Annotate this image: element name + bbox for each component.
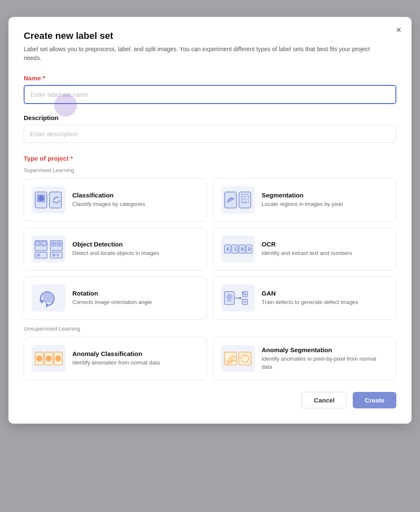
svg-point-21 [56,254,59,257]
classification-icon [32,186,66,214]
card-ocr-name: OCR [262,241,352,248]
svg-text:B: B [241,247,244,252]
svg-point-20 [52,254,55,257]
rotation-icon [32,285,66,312]
modal-title: Create new label set [24,30,396,41]
supervised-label: Supervised Learning [24,167,396,173]
unsupervised-grid: Anomaly Classification Identify anomalie… [24,337,396,380]
svg-text:A: A [226,247,229,252]
card-anomaly-segmentation-name: Anomaly Segmentation [262,346,389,353]
svg-rect-50 [239,352,251,365]
anomaly-segmentation-icon [221,345,255,372]
card-object-detection-desc: Detect and locate objects in images [72,249,159,257]
card-segmentation-name: Segmentation [262,192,343,199]
svg-rect-42 [242,293,244,294]
modal-overlay: × Create new label set Label set allows … [0,0,420,512]
modal-container: × Create new label set Label set allows … [8,17,412,424]
svg-text:T: T [37,242,39,246]
card-anomaly-classification-name: Anomaly Classification [72,350,160,357]
card-classification-name: Classification [72,192,145,199]
modal-footer: Cancel Create [24,392,396,408]
card-anomaly-segmentation[interactable]: Anomaly Segmentation Identify anomalies … [213,337,397,380]
card-object-detection-name: Object Detection [72,241,159,248]
card-gan[interactable]: GAN Train defects to generate defect ima… [213,277,397,320]
card-anomaly-classification-desc: Identify anomalies from normal data [72,359,160,367]
name-label: Name * [24,74,396,82]
name-input[interactable] [24,85,396,104]
card-ocr[interactable]: A 1 B D OCR Identify and extract text an… [213,227,397,271]
svg-rect-17 [35,252,47,258]
cancel-button[interactable]: Cancel [302,392,347,408]
card-rotation-name: Rotation [72,290,152,297]
svg-marker-36 [239,296,242,299]
segmentation-icon [221,186,255,214]
card-rotation-desc: Corrects image orientation angle [72,298,152,306]
supervised-grid: Classification Classify images by catego… [24,178,396,320]
create-button[interactable]: Create [353,392,396,408]
card-ocr-desc: Identify and extract text and numbers [262,249,352,257]
type-label: Type of project * [24,155,396,162]
card-segmentation[interactable]: Segmentation Locate regions in images by… [213,178,397,222]
object-detection-icon: T ⊞ [32,235,66,263]
ocr-icon: A 1 B D [221,235,255,263]
svg-point-18 [37,254,40,257]
card-gan-desc: Train defects to generate defect images [262,298,359,306]
close-button[interactable]: × [396,25,401,35]
card-object-detection[interactable]: T ⊞ Ob [24,227,207,271]
card-classification[interactable]: Classification Classify images by catego… [24,178,207,222]
svg-rect-32 [43,293,53,303]
svg-rect-3 [49,192,61,208]
svg-point-34 [226,294,232,300]
card-segmentation-desc: Locate regions in images by pixel [262,200,343,208]
anomaly-classification-icon [32,345,66,372]
svg-point-16 [58,243,60,245]
svg-point-44 [36,356,42,361]
card-rotation[interactable]: Rotation Corrects image orientation angl… [24,277,207,320]
svg-point-14 [52,243,55,245]
card-classification-desc: Classify images by categories [72,200,145,208]
svg-point-48 [55,356,61,361]
svg-marker-30 [46,303,49,308]
svg-point-46 [46,356,52,361]
description-label: Description [24,114,396,121]
card-gan-name: GAN [262,290,359,297]
svg-text:D: D [248,247,251,252]
svg-text:1: 1 [234,247,237,252]
card-anomaly-classification[interactable]: Anomaly Classification Identify anomalie… [24,337,207,380]
card-anomaly-segmentation-desc: Identify anomalies in pixel-by-pixel fro… [262,355,389,370]
svg-point-2 [38,195,44,201]
description-input[interactable] [24,125,396,143]
gan-icon [221,285,255,312]
unsupervised-label: Unsupervised Learning [24,326,396,332]
svg-text:⊞: ⊞ [42,242,44,246]
modal-subtitle: Label set allows you to preprocess, labe… [24,45,371,63]
